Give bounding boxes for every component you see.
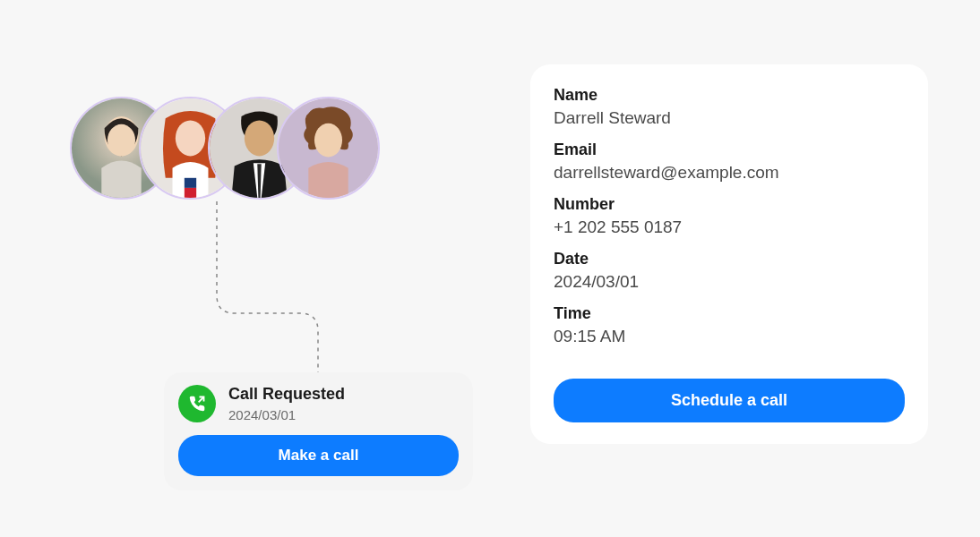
call-card-header: Call Requested 2024/03/01 [178,385,459,422]
connector-line [215,201,322,376]
email-label: Email [554,141,905,159]
phone-outgoing-icon [178,385,216,422]
time-value: 09:15 AM [554,327,905,346]
name-label: Name [554,86,905,105]
call-date: 2024/03/01 [228,407,345,422]
time-label: Time [554,304,905,323]
schedule-call-button[interactable]: Schedule a call [554,379,905,422]
contact-detail-card: Name Darrell Steward Email darrellstewar… [530,64,928,444]
svg-point-10 [314,124,342,158]
svg-point-2 [107,124,135,157]
make-call-button[interactable]: Make a call [178,435,459,476]
date-value: 2024/03/01 [554,272,905,292]
call-title: Call Requested [228,385,345,404]
svg-rect-5 [185,178,196,188]
avatar [277,97,380,200]
number-label: Number [554,195,905,214]
svg-point-4 [176,120,205,156]
avatar-stack [70,97,380,200]
email-value: darrellsteward@example.com [554,163,905,183]
svg-point-8 [245,120,274,156]
number-value: +1 202 555 0187 [554,217,905,237]
svg-rect-6 [185,188,196,198]
name-value: Darrell Steward [554,108,905,128]
date-label: Date [554,250,905,268]
call-request-card: Call Requested 2024/03/01 Make a call [164,372,473,490]
